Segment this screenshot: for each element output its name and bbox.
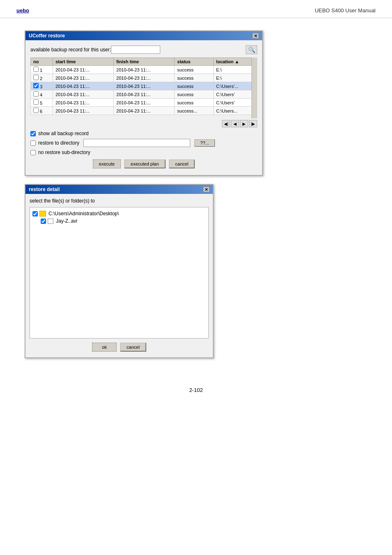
row-start-time: 2010-04-23 11:... — [53, 107, 113, 115]
row-no: 5 — [39, 101, 42, 106]
page-prev-button[interactable]: ◀ — [231, 120, 239, 127]
col-start-time: start time — [53, 58, 113, 66]
row-no-cell: 5 — [31, 99, 53, 107]
ucoffer-close-button[interactable]: ✕ — [252, 33, 259, 39]
row-status: success — [175, 74, 214, 82]
ucoffer-titlebar: UCoffer restore ✕ — [25, 31, 262, 40]
options-section: show all backup record restore to direct… — [30, 131, 257, 155]
restore-detail-titlebar: restore detail ✕ — [25, 185, 213, 194]
executed-plan-button[interactable]: executed plan — [124, 159, 166, 168]
restore-to-dir-checkbox[interactable] — [30, 140, 36, 146]
row-checkbox[interactable] — [33, 108, 39, 113]
col-location: location ▲ — [214, 58, 257, 66]
show-all-checkbox[interactable] — [30, 131, 36, 136]
search-icon-button[interactable]: 🔍 — [246, 45, 257, 54]
ucoffer-top-row: available backup record for this user: 🔍 — [30, 45, 257, 54]
table-row[interactable]: 42010-04-23 11:...2010-04-23 11:...succe… — [31, 90, 257, 99]
brand-logo: uebo — [16, 7, 29, 14]
table-row[interactable]: 22010-04-23 11:...2010-04-23 11:...succe… — [31, 74, 257, 82]
table-row[interactable]: 32010-04-23 11:...2010-04-23 11:...succe… — [31, 82, 257, 90]
row-checkbox[interactable] — [33, 67, 39, 72]
row-finish-time: 2010-04-23 11:... — [114, 66, 175, 74]
restore-detail-body: select the file(s) or folder(s) to C:\Us… — [25, 194, 213, 357]
row-no-cell: 6 — [31, 107, 53, 115]
page-last-button[interactable]: |▶ — [249, 120, 257, 127]
row-no-cell: 4 — [31, 90, 53, 99]
ok-button[interactable]: ok — [92, 343, 117, 352]
row-checkbox[interactable] — [33, 75, 39, 80]
restore-detail-buttons: ok cancel — [30, 343, 209, 353]
restore-dir-browse-button[interactable]: ??... — [194, 139, 215, 147]
row-finish-time: 2010-04-23 11:... — [114, 107, 175, 115]
row-status: success — [175, 99, 214, 107]
backup-table-wrapper: no start time finish time status locatio… — [30, 58, 257, 118]
table-row[interactable]: 12010-04-23 11:...2010-04-23 11:...succe… — [31, 66, 257, 74]
row-no-cell: 3 — [31, 82, 53, 90]
pagination: ◀| ◀ ▶ |▶ — [30, 120, 257, 127]
restore-detail-cancel-button[interactable]: cancel — [120, 343, 146, 352]
ucoffer-body: available backup record for this user: 🔍… — [25, 40, 262, 175]
row-start-time: 2010-04-23 11:... — [53, 74, 113, 82]
no-restore-sub-checkbox[interactable] — [30, 150, 36, 155]
row-status: success — [175, 90, 214, 99]
file-checkbox[interactable] — [41, 219, 46, 224]
row-checkbox[interactable] — [33, 91, 39, 97]
ucoffer-cancel-button[interactable]: cancel — [169, 159, 195, 168]
ucoffer-buttons: execute executed plan cancel — [30, 159, 257, 170]
file-select-label: select the file(s) or folder(s) to — [30, 198, 209, 204]
row-location: C:\Users' — [214, 99, 257, 107]
show-all-label: show all backup record — [38, 131, 89, 136]
row-no: 4 — [39, 92, 42, 97]
row-no: 3 — [39, 84, 42, 89]
folder-label: C:\Users\Administrator\Desktop\ — [48, 211, 119, 216]
row-location: C:\Users... — [214, 107, 257, 115]
row-no: 6 — [39, 109, 42, 114]
row-location: C:\Users' — [214, 90, 257, 99]
row-start-time: 2010-04-23 11:... — [53, 99, 113, 107]
page-content: UCoffer restore ✕ available backup recor… — [0, 18, 392, 371]
row-checkbox[interactable] — [33, 99, 39, 105]
restore-detail-dialog: restore detail ✕ select the file(s) or f… — [25, 184, 214, 358]
row-finish-time: 2010-04-23 11:... — [114, 99, 175, 107]
restore-dir-input[interactable] — [83, 139, 190, 147]
row-finish-time: 2010-04-23 11:... — [114, 74, 175, 82]
page-next-button[interactable]: ▶ — [240, 120, 248, 127]
show-all-row: show all backup record — [30, 131, 257, 136]
backup-table-body: 12010-04-23 11:...2010-04-23 11:...succe… — [31, 66, 257, 115]
row-status: success — [175, 82, 214, 90]
row-start-time: 2010-04-23 11:... — [53, 82, 113, 90]
file-label: Jay-Z..avi — [56, 218, 77, 224]
tree-folder-item: C:\Users\Administrator\Desktop\ — [32, 210, 206, 217]
restore-detail-close-button[interactable]: ✕ — [203, 187, 210, 192]
table-scrollbar[interactable] — [251, 58, 257, 118]
col-status: status — [175, 58, 214, 66]
row-no: 2 — [39, 76, 42, 81]
no-restore-sub-row: no restore sub-directory — [30, 150, 257, 155]
manual-title: UEBO S400 User Manual — [315, 7, 376, 14]
table-row[interactable]: 52010-04-23 11:...2010-04-23 11:...succe… — [31, 99, 257, 107]
col-no: no — [31, 58, 53, 66]
ucoffer-restore-dialog: UCoffer restore ✕ available backup recor… — [25, 30, 263, 176]
restore-to-dir-label: restore to directory — [38, 140, 79, 146]
page-header: uebo UEBO S400 User Manual — [0, 0, 392, 18]
row-no-cell: 1 — [31, 66, 53, 74]
file-tree: C:\Users\Administrator\Desktop\ Jay-Z..a… — [30, 207, 209, 339]
row-location: C:\Users'... — [214, 82, 257, 90]
table-row[interactable]: 62010-04-23 11:...2010-04-23 11:...succe… — [31, 107, 257, 115]
page-number: 2-102 — [0, 387, 392, 393]
tree-file-item: Jay-Z..avi — [41, 217, 206, 225]
restore-to-dir-row: restore to directory ??... — [30, 139, 257, 147]
row-checkbox[interactable] — [33, 83, 39, 88]
row-start-time: 2010-04-23 11:... — [53, 66, 113, 74]
folder-checkbox[interactable] — [32, 211, 38, 216]
available-backup-label: available backup record for this user: — [30, 47, 111, 53]
backup-search-input[interactable] — [111, 46, 160, 54]
execute-button[interactable]: execute — [93, 159, 121, 168]
no-restore-sub-label: no restore sub-directory — [38, 150, 90, 155]
backup-table: no start time finish time status locatio… — [30, 58, 257, 115]
row-status: success... — [175, 107, 214, 115]
page-first-button[interactable]: ◀| — [222, 120, 230, 127]
row-finish-time: 2010-04-23 11:... — [114, 90, 175, 99]
col-finish-time: finish time — [114, 58, 175, 66]
row-finish-time: 2010-04-23 11:... — [114, 82, 175, 90]
